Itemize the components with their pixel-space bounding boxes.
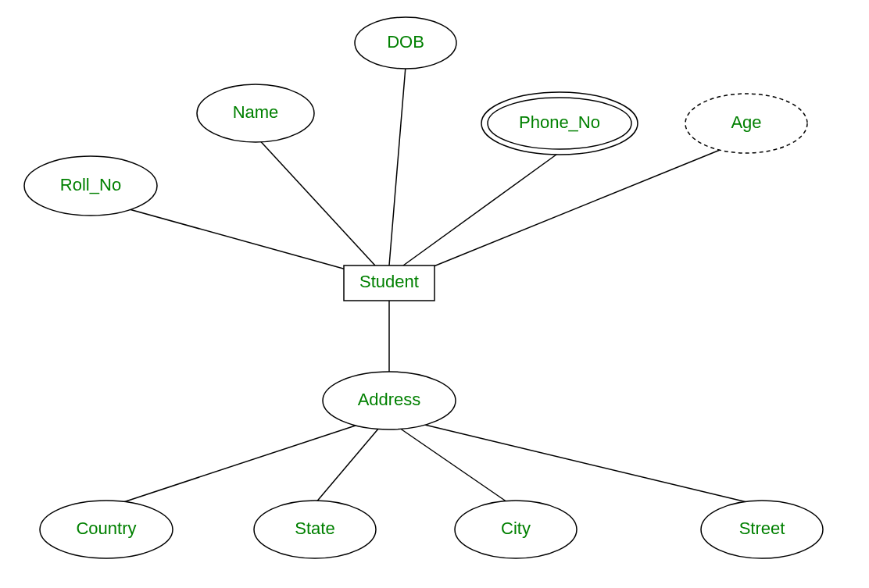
- edge-address-street: [412, 422, 753, 504]
- edge-student-dob: [389, 66, 406, 265]
- attribute-dob-label: DOB: [387, 32, 424, 52]
- attribute-address-label: Address: [358, 390, 421, 409]
- attribute-country: Country: [40, 501, 173, 558]
- attribute-age-label: Age: [731, 112, 761, 132]
- edge-address-city: [399, 428, 510, 504]
- attribute-street-label: Street: [739, 519, 785, 538]
- attribute-state-label: State: [295, 519, 334, 538]
- attribute-state: State: [254, 501, 376, 558]
- attribute-age: Age: [685, 94, 807, 153]
- entity-student: Student: [344, 265, 434, 301]
- attribute-country-label: Country: [76, 519, 136, 538]
- attribute-name: Name: [197, 84, 314, 142]
- attribute-rollno: Roll_No: [24, 156, 157, 216]
- edge-address-country: [119, 422, 367, 504]
- attribute-city-label: City: [501, 519, 531, 538]
- attribute-name-label: Name: [233, 102, 279, 122]
- edge-student-name: [256, 136, 375, 265]
- er-diagram: DOB Name Phone_No Age Roll_No Student Ad…: [0, 0, 869, 588]
- attribute-address: Address: [323, 372, 456, 429]
- attribute-dob: DOB: [355, 17, 456, 69]
- attribute-phoneno-label: Phone_No: [519, 112, 600, 132]
- edge-student-age: [413, 145, 731, 275]
- entity-student-label: Student: [359, 272, 419, 291]
- attribute-street: Street: [701, 501, 823, 558]
- edge-address-state: [315, 428, 379, 504]
- attribute-rollno-label: Roll_No: [60, 175, 121, 194]
- edge-student-phoneno: [403, 152, 560, 265]
- attribute-city: City: [455, 501, 577, 558]
- attribute-phoneno: Phone_No: [481, 92, 638, 155]
